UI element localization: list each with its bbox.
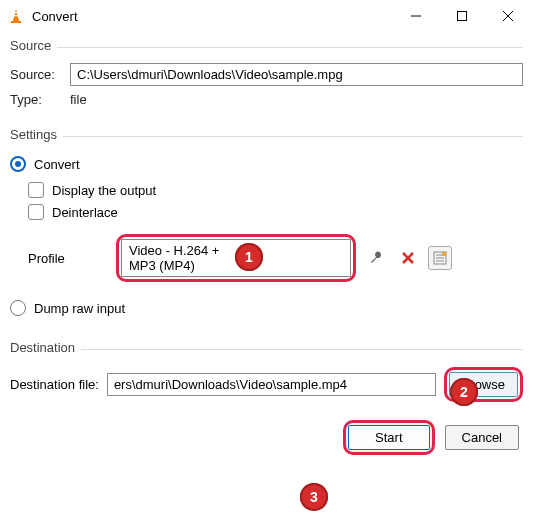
callout-2: 2 [450, 378, 478, 406]
source-label: Source: [10, 67, 70, 82]
callout-3: 3 [300, 483, 328, 511]
svg-rect-1 [14, 12, 19, 13]
window-title: Convert [32, 9, 393, 24]
deinterlace-checkbox[interactable] [28, 204, 44, 220]
svg-rect-2 [13, 15, 19, 16]
convert-radio[interactable] [10, 156, 26, 172]
destination-legend: Destination [10, 340, 75, 359]
start-highlight: Start [343, 420, 434, 455]
destination-file-label: Destination file: [10, 377, 99, 392]
display-output-label: Display the output [52, 183, 156, 198]
svg-rect-3 [11, 21, 21, 23]
destination-file-input[interactable] [107, 373, 436, 396]
dump-raw-radio[interactable] [10, 300, 26, 316]
settings-group: Settings Convert Display the output Dein… [10, 127, 523, 326]
callout-1: 1 [235, 243, 263, 271]
new-profile-icon[interactable] [428, 246, 452, 270]
source-path-input[interactable] [70, 63, 523, 86]
vlc-cone-icon [8, 8, 24, 24]
dump-raw-label: Dump raw input [34, 301, 125, 316]
convert-label: Convert [34, 157, 80, 172]
destination-group: Destination Destination file: Browse [10, 340, 523, 410]
profile-label: Profile [28, 251, 108, 266]
display-output-checkbox[interactable] [28, 182, 44, 198]
cancel-button[interactable]: Cancel [445, 425, 519, 450]
settings-legend: Settings [10, 127, 57, 146]
minimize-button[interactable] [393, 1, 439, 31]
svg-point-14 [442, 252, 446, 256]
type-label: Type: [10, 92, 70, 107]
svg-rect-5 [458, 12, 467, 21]
profile-value: Video - H.264 + MP3 (MP4) [126, 242, 235, 274]
start-button[interactable]: Start [348, 425, 429, 450]
maximize-button[interactable] [439, 1, 485, 31]
deinterlace-label: Deinterlace [52, 205, 118, 220]
delete-profile-icon[interactable] [396, 246, 420, 270]
source-legend: Source [10, 38, 51, 57]
type-value: file [70, 92, 87, 107]
close-button[interactable] [485, 1, 531, 31]
wrench-icon[interactable] [364, 246, 388, 270]
source-group: Source Source: Type: file [10, 38, 523, 113]
